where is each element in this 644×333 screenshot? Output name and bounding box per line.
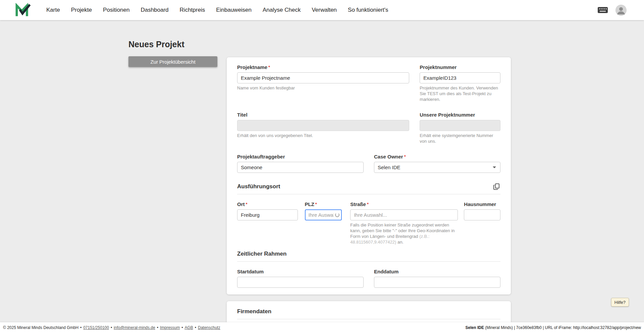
help-button[interactable]: Hilfe? bbox=[611, 298, 629, 307]
hausnummer-label: Hausnummer bbox=[464, 201, 500, 207]
topbar-actions bbox=[597, 5, 627, 16]
ort-label-text: Ort bbox=[237, 201, 245, 207]
projektname-input[interactable] bbox=[237, 72, 409, 83]
required-asterisk: * bbox=[367, 202, 369, 207]
row-ort-plz-strasse-hausnummer: Ort* PLZ* Straße* bbox=[237, 201, 500, 245]
row-projektname-projektnummer: Projektname* Name vom Kunden festlegbar … bbox=[237, 64, 500, 102]
footer-separator: • bbox=[157, 325, 158, 330]
back-to-projects-button[interactable]: Zur Projektübersicht bbox=[128, 56, 217, 67]
user-avatar[interactable] bbox=[615, 5, 627, 16]
case-owner-label: Case Owner* bbox=[374, 153, 500, 160]
section-ausfuehrungsort-header: Ausführungsort bbox=[237, 183, 500, 194]
projektnummer-label: Projektnummer bbox=[420, 64, 500, 70]
strasse-label-text: Straße bbox=[350, 201, 366, 207]
required-asterisk: * bbox=[315, 202, 317, 207]
footer-copyright: © 2025 Mineral Minds Deutschland GmbH bbox=[3, 325, 78, 330]
footer-separator: • bbox=[111, 325, 112, 330]
footer-link-impressum[interactable]: Impressum bbox=[160, 325, 180, 330]
projektname-label-text: Projektname bbox=[237, 64, 267, 70]
nav-item-so-funktionierts[interactable]: So funktioniert's bbox=[348, 7, 388, 13]
case-owner-select[interactable]: Selen IDE bbox=[374, 162, 500, 173]
app-root: Karte Projekte Positionen Dashboard Rich… bbox=[0, 0, 644, 333]
row-titel-unsere-projektnummer: Titel Erhält den von uns vorgegebenen Ti… bbox=[237, 112, 500, 144]
projektname-label: Projektname* bbox=[237, 64, 409, 70]
ort-input[interactable] bbox=[237, 209, 298, 220]
nav-item-richtpreis[interactable]: Richtpreis bbox=[180, 7, 205, 13]
unsere-projektnummer-input-disabled bbox=[420, 120, 500, 131]
ort-label: Ort* bbox=[237, 201, 298, 207]
footer: © 2025 Mineral Minds Deutschland GmbH • … bbox=[0, 322, 644, 333]
footer-separator: • bbox=[181, 325, 183, 330]
hausnummer-input[interactable] bbox=[464, 209, 500, 220]
main-nav: Karte Projekte Positionen Dashboard Rich… bbox=[46, 7, 388, 13]
titel-help: Erhält den von uns vorgegebenen Titel. bbox=[237, 133, 409, 138]
person-icon bbox=[615, 5, 627, 16]
unsere-projektnummer-help: Erhält eine systemgenerierte Nummer von … bbox=[420, 133, 500, 144]
titel-label: Titel bbox=[237, 112, 409, 118]
nav-item-verwalten[interactable]: Verwalten bbox=[312, 7, 337, 13]
footer-user-name: Selen IDE bbox=[466, 325, 484, 330]
row-auftraggeber-caseowner: Projektauftraggeber Case Owner* Selen ID… bbox=[237, 153, 500, 173]
nav-item-einbauweisen[interactable]: Einbauweisen bbox=[216, 7, 252, 13]
footer-separator: • bbox=[195, 325, 196, 330]
required-asterisk: * bbox=[268, 65, 270, 70]
plz-label-text: PLZ bbox=[305, 201, 314, 207]
footer-left: © 2025 Mineral Minds Deutschland GmbH • … bbox=[3, 325, 220, 330]
strasse-input[interactable] bbox=[350, 209, 458, 220]
footer-link-email[interactable]: info@mineral-minds.de bbox=[114, 325, 155, 330]
form-cards-column: Projektname* Name vom Kunden festlegbar … bbox=[227, 57, 511, 333]
section-zeitlicher-rahmen-header: Zeitlicher Rahmen bbox=[237, 250, 500, 262]
required-asterisk: * bbox=[404, 154, 406, 159]
projektauftraggeber-input[interactable] bbox=[237, 162, 364, 173]
case-owner-selected-value: Selen IDE bbox=[378, 164, 400, 170]
enddatum-label: Enddatum bbox=[374, 268, 500, 275]
section-ausfuehrungsort-title: Ausführungsort bbox=[237, 183, 280, 190]
strasse-help: Falls die Position keiner Straße zugeord… bbox=[350, 222, 458, 245]
keyboard-icon[interactable] bbox=[597, 6, 608, 14]
section-firmendaten-header: Firmendaten bbox=[237, 308, 500, 319]
footer-link-datenschutz[interactable]: Datenschutz bbox=[198, 325, 220, 330]
nav-item-karte[interactable]: Karte bbox=[46, 7, 60, 13]
case-owner-label-text: Case Owner bbox=[374, 154, 403, 159]
top-navbar: Karte Projekte Positionen Dashboard Rich… bbox=[0, 0, 644, 20]
startdatum-label: Startdatum bbox=[237, 268, 364, 275]
required-asterisk: * bbox=[246, 202, 248, 207]
plz-label: PLZ* bbox=[305, 201, 342, 207]
nav-item-dashboard[interactable]: Dashboard bbox=[141, 7, 168, 13]
projektname-help: Name vom Kunden festlegbar bbox=[237, 85, 409, 91]
project-form-card: Projektname* Name vom Kunden festlegbar … bbox=[227, 57, 511, 294]
row-startdatum-enddatum: Startdatum Enddatum bbox=[237, 268, 500, 288]
footer-link-agb[interactable]: AGB bbox=[184, 325, 193, 330]
strasse-label: Straße* bbox=[350, 201, 458, 207]
projektauftraggeber-label: Projektauftraggeber bbox=[237, 153, 364, 160]
titel-input-disabled bbox=[237, 120, 409, 131]
section-firmendaten-title: Firmendaten bbox=[237, 308, 271, 315]
footer-session-details: (Mineral Minds) | 7ce360e83fb0 | URL of … bbox=[484, 325, 641, 330]
startdatum-input[interactable] bbox=[237, 277, 364, 288]
unsere-projektnummer-label: Unsere Projektnummer bbox=[420, 112, 500, 118]
nav-item-positionen[interactable]: Positionen bbox=[103, 7, 129, 13]
chevron-down-icon bbox=[493, 166, 496, 168]
mineral-minds-logo-icon[interactable] bbox=[15, 3, 31, 17]
section-zeitlicher-rahmen-title: Zeitlicher Rahmen bbox=[237, 250, 286, 258]
enddatum-input[interactable] bbox=[374, 277, 500, 288]
copy-icon[interactable] bbox=[493, 183, 500, 190]
footer-separator: • bbox=[80, 325, 82, 330]
nav-item-analyse-check[interactable]: Analyse Check bbox=[263, 7, 301, 13]
projektnummer-input[interactable] bbox=[420, 72, 500, 83]
strasse-help-main: Falls die Position keiner Straße zugeord… bbox=[350, 222, 454, 239]
footer-session-info: Selen IDE (Mineral Minds) | 7ce360e83fb0… bbox=[466, 325, 641, 330]
projektnummer-help: Projektnummer des Kunden. Verwenden Sie … bbox=[420, 85, 500, 102]
strasse-help-suffix: an. bbox=[396, 240, 404, 245]
page-title: Neues Projekt bbox=[128, 40, 184, 49]
footer-link-phone[interactable]: 07151/250100 bbox=[83, 325, 109, 330]
nav-item-projekte[interactable]: Projekte bbox=[71, 7, 92, 13]
